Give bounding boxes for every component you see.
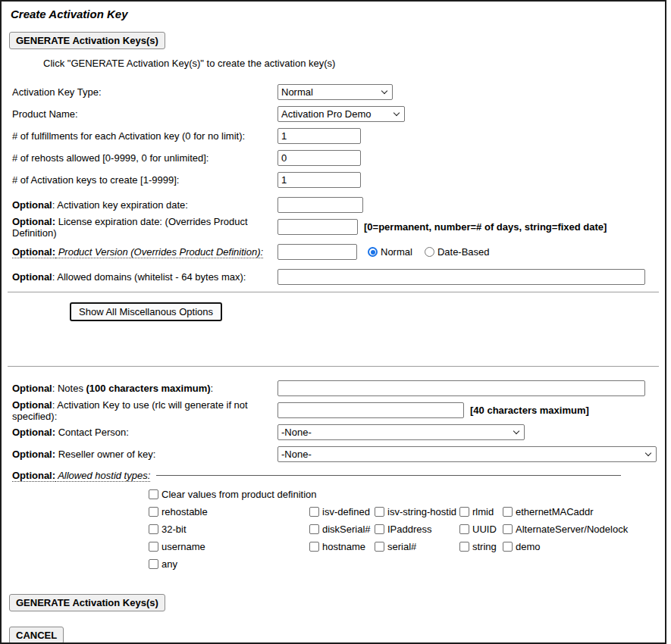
- generate-keys-bottom-button[interactable]: GENERATE Activation Keys(s): [9, 594, 165, 611]
- form-rows: Activation Key Type: Normal Product Name…: [2, 84, 665, 285]
- cancel-button[interactable]: CANCEL: [9, 627, 64, 644]
- checkbox-hostname[interactable]: [309, 542, 319, 552]
- row-product-name: Product Name: Activation Pro Demo: [2, 106, 665, 122]
- hostid-option[interactable]: isv-string-hostid: [375, 505, 459, 517]
- checkbox-ipaddress[interactable]: [375, 524, 384, 534]
- allowed-domains-label: Optional: Allowed domains (whitelist - 6…: [12, 271, 277, 283]
- license-expiration-label: Optional: License expiration date: (Over…: [12, 216, 277, 239]
- radio-date-based[interactable]: [425, 247, 434, 257]
- key-expiration-label: Optional: Activation key expiration date…: [12, 199, 277, 211]
- product-version-radio-group: Normal Date-Based: [368, 246, 499, 258]
- hostid-types-label: Optional: Allowed hostid types:: [12, 470, 150, 481]
- hostid-any-row: any: [149, 558, 665, 570]
- checkbox-demo[interactable]: [503, 542, 513, 552]
- reseller-select[interactable]: -None-: [277, 446, 657, 462]
- hostid-option[interactable]: rlmid: [459, 505, 503, 517]
- row-license-expiration: Optional: License expiration date: (Over…: [2, 219, 665, 235]
- checkbox-alternateserver-nodelock[interactable]: [503, 524, 513, 534]
- checkbox-rlmid[interactable]: [459, 507, 469, 517]
- hostid-option[interactable]: demo: [503, 540, 665, 552]
- create-activation-key-page: Create Activation Key GENERATE Activatio…: [0, 0, 666, 644]
- divider: [8, 292, 659, 292]
- row-fulfillments: # of fulfillments for each Activation ke…: [2, 128, 665, 144]
- hostid-option[interactable]: ethernetMACaddr: [503, 505, 665, 517]
- row-allowed-domains: Optional: Allowed domains (whitelist - 6…: [2, 269, 665, 285]
- checkbox-string[interactable]: [459, 542, 469, 552]
- checkbox-rehostable[interactable]: [149, 507, 158, 517]
- row-num-keys: # of Activation keys to create [1-9999]:: [2, 172, 665, 188]
- key-expiration-input[interactable]: [277, 197, 363, 213]
- row-rehosts: # of rehosts allowed [0-9999, 0 for unli…: [2, 150, 665, 166]
- num-keys-input[interactable]: [277, 172, 361, 188]
- hostid-option[interactable]: UUID: [459, 523, 503, 535]
- row-notes: Optional: Notes (100 characters maximum)…: [2, 380, 665, 396]
- row-reseller: Optional: Reseller owner of key: -None-: [2, 446, 665, 462]
- radio-date-based-label: Date-Based: [437, 246, 490, 258]
- hostid-option[interactable]: rehostable: [149, 505, 309, 517]
- hostid-option[interactable]: 32-bit: [149, 523, 309, 535]
- reseller-label: Optional: Reseller owner of key:: [12, 449, 277, 460]
- hostid-option[interactable]: username: [149, 540, 309, 552]
- num-keys-label: # of Activation keys to create [1-9999]:: [12, 174, 277, 186]
- optional-rows: Optional: Notes (100 characters maximum)…: [2, 380, 665, 570]
- checkbox-diskserial[interactable]: [309, 524, 319, 534]
- clear-values-checkbox-row[interactable]: Clear values from product definition: [149, 488, 665, 500]
- row-product-version: Optional: Product Version (Overrides Pro…: [2, 244, 665, 260]
- generate-keys-top-button[interactable]: GENERATE Activation Keys(s): [9, 32, 165, 49]
- hostid-option[interactable]: any: [149, 558, 665, 570]
- hostid-option[interactable]: isv-defined: [309, 505, 375, 517]
- checkbox-any[interactable]: [149, 559, 158, 569]
- allowed-domains-input[interactable]: [277, 269, 645, 285]
- product-name-select[interactable]: Activation Pro Demo: [277, 106, 405, 122]
- fulfillments-label: # of fulfillments for each Activation ke…: [12, 130, 277, 142]
- checkbox-isv-string-hostid[interactable]: [375, 507, 384, 517]
- contact-person-label: Optional: Contact Person:: [12, 427, 277, 438]
- checkbox-ethernetmacaddr[interactable]: [503, 507, 513, 517]
- contact-person-select[interactable]: -None-: [277, 424, 525, 440]
- key-to-use-label: Optional: Activation Key to use (rlc wil…: [12, 399, 277, 422]
- checkbox-isv-defined[interactable]: [309, 507, 319, 517]
- license-expiration-input[interactable]: [277, 219, 358, 235]
- checkbox-uuid[interactable]: [459, 524, 469, 534]
- checkbox-32bit[interactable]: [149, 524, 158, 534]
- radio-normal[interactable]: [368, 247, 378, 257]
- row-contact-person: Optional: Contact Person: -None-: [2, 424, 665, 440]
- license-expiration-hint: [0=permanent, number=# of days, string=f…: [364, 221, 607, 233]
- hostid-option[interactable]: string: [459, 540, 503, 552]
- hostid-checkbox-grid: rehostable isv-defined isv-string-hostid…: [149, 505, 665, 558]
- row-key-to-use: Optional: Activation Key to use (rlc wil…: [2, 402, 665, 418]
- activation-key-type-select[interactable]: Normal: [277, 84, 393, 100]
- divider: [8, 366, 659, 367]
- fulfillments-input[interactable]: [277, 128, 361, 144]
- hostid-option[interactable]: AlternateServer/Nodelock: [503, 523, 665, 535]
- bottom-actions: GENERATE Activation Keys(s): [9, 594, 665, 611]
- hostid-clear-row: Clear values from product definition: [149, 488, 665, 500]
- notes-label: Optional: Notes (100 characters maximum)…: [12, 383, 277, 394]
- hostid-divider-line: [156, 475, 621, 476]
- checkbox-username[interactable]: [149, 542, 158, 552]
- page-title: Create Activation Key: [11, 8, 665, 20]
- row-activation-key-type: Activation Key Type: Normal: [2, 84, 665, 100]
- hostid-option[interactable]: IPaddress: [375, 523, 459, 535]
- rehosts-input[interactable]: [277, 150, 361, 166]
- radio-normal-label: Normal: [381, 246, 412, 258]
- show-misc-options-button[interactable]: Show All Miscellanous Options: [70, 302, 222, 321]
- checkbox-serial[interactable]: [375, 542, 384, 552]
- product-version-label: Optional: Product Version (Overrides Pro…: [12, 246, 277, 258]
- clear-values-label: Clear values from product definition: [161, 489, 317, 500]
- key-to-use-hint: [40 characters maximum]: [470, 405, 589, 416]
- rehosts-label: # of rehosts allowed [0-9999, 0 for unli…: [12, 152, 277, 164]
- product-name-label: Product Name:: [12, 108, 277, 120]
- row-key-expiration: Optional: Activation key expiration date…: [2, 197, 665, 213]
- hostid-option[interactable]: serial#: [375, 540, 459, 552]
- product-version-input[interactable]: [277, 244, 357, 260]
- checkbox-clear-values[interactable]: [149, 489, 158, 499]
- notes-input[interactable]: [277, 380, 645, 396]
- hostid-option[interactable]: hostname: [309, 540, 375, 552]
- generate-hint-text: Click "GENERATE Activation Key(s)" to cr…: [43, 58, 665, 69]
- key-to-use-input[interactable]: [277, 402, 464, 418]
- hostid-option[interactable]: diskSerial#: [309, 523, 375, 535]
- activation-key-type-label: Activation Key Type:: [12, 86, 277, 98]
- row-hostid-types: Optional: Allowed hostid types:: [2, 468, 665, 482]
